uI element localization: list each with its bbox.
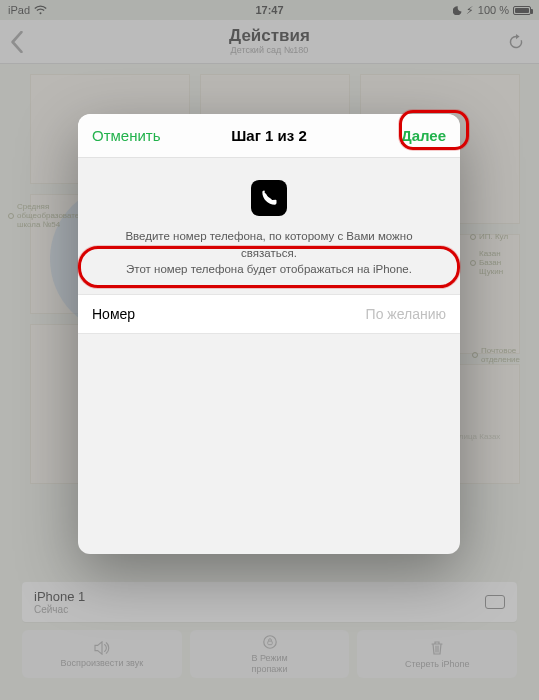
phone-icon bbox=[251, 180, 287, 216]
lost-mode-sheet: Отменить Шаг 1 из 2 Далее Введите номер … bbox=[78, 114, 460, 554]
sheet-description: Введите номер телефона, по которому с Ва… bbox=[78, 228, 460, 278]
sheet-header: Отменить Шаг 1 из 2 Далее bbox=[78, 114, 460, 158]
next-button[interactable]: Далее bbox=[387, 114, 460, 157]
sheet-body: Введите номер телефона, по которому с Ва… bbox=[78, 158, 460, 554]
cancel-button[interactable]: Отменить bbox=[78, 114, 175, 157]
phone-number-row[interactable]: Номер bbox=[78, 294, 460, 334]
phone-number-input[interactable] bbox=[135, 306, 446, 322]
phone-number-label: Номер bbox=[92, 306, 135, 322]
sheet-title: Шаг 1 из 2 bbox=[231, 127, 307, 144]
